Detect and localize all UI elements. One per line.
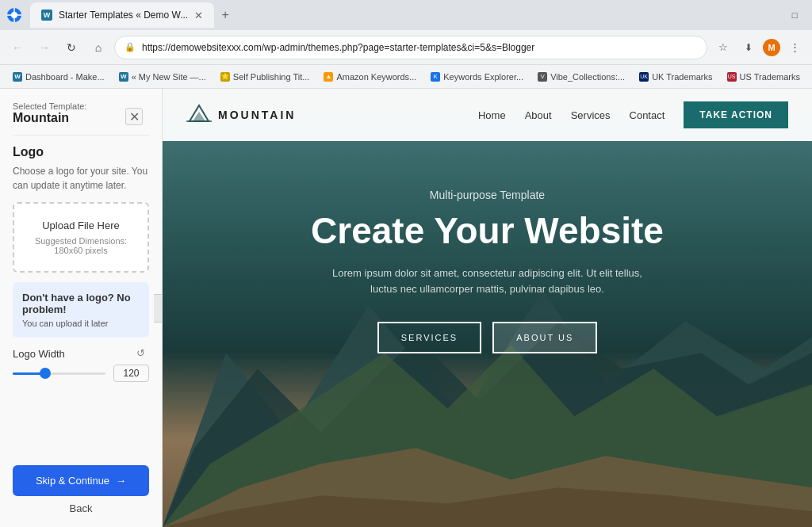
browser-titlebar: W Starter Templates « Demo W... ✕ + □ bbox=[0, 0, 812, 30]
menu-icon[interactable]: ⋮ bbox=[783, 36, 806, 59]
hero-desc: Lorem ipsum dolor sit amet, consectetur … bbox=[321, 265, 654, 299]
new-tab-button[interactable]: + bbox=[214, 4, 236, 26]
bookmark-my-new-site[interactable]: W « My New Site —... bbox=[113, 67, 213, 86]
browser-logo bbox=[6, 7, 22, 23]
bookmark-favicon-kw: K bbox=[431, 72, 440, 82]
home-button[interactable]: ⌂ bbox=[87, 36, 109, 59]
sidebar-collapse-button[interactable]: ‹ bbox=[154, 294, 163, 323]
logo-width-slider[interactable] bbox=[13, 372, 105, 375]
hero-services-button[interactable]: SERVICES bbox=[377, 322, 481, 353]
nav-home-link[interactable]: Home bbox=[478, 109, 506, 121]
nav-cta-button[interactable]: TAKE ACTION bbox=[684, 101, 788, 128]
bookmark-us-trademarks[interactable]: US US Trademarks bbox=[721, 67, 806, 86]
slider-thumb[interactable] bbox=[40, 368, 51, 379]
skip-btn-label: Skip & Continue bbox=[36, 475, 109, 487]
window-controls: □ bbox=[783, 4, 806, 26]
refresh-button[interactable]: ↻ bbox=[60, 36, 82, 59]
hint-title: Don't have a logo? No problem! bbox=[22, 292, 140, 315]
logo-icon bbox=[186, 104, 212, 126]
bookmark-label: Self Publishing Tit... bbox=[233, 72, 310, 82]
hero-aboutus-button[interactable]: ABOUT US bbox=[492, 322, 597, 353]
bookmark-favicon-amazon: ▲ bbox=[324, 72, 333, 82]
window-maximize[interactable]: □ bbox=[783, 4, 806, 26]
sidebar-panel: Selected Template: Mountain ✕ Logo Choos… bbox=[0, 89, 163, 527]
mountain-site-preview: MOUNTAIN Home About Services Contact TAK… bbox=[163, 89, 812, 527]
bookmark-favicon-wp2: W bbox=[119, 72, 128, 82]
back-button[interactable]: ← bbox=[6, 36, 29, 59]
bookmark-label: US Trademarks bbox=[740, 72, 800, 82]
logo-width-label: Logo Width ↺ bbox=[13, 347, 149, 360]
active-tab[interactable]: W Starter Templates « Demo W... ✕ bbox=[30, 2, 214, 28]
bookmark-vibe[interactable]: V Vibe_Collections:... bbox=[531, 67, 631, 86]
downloads-icon[interactable]: ⬇ bbox=[737, 36, 760, 59]
url-text: https://demowebsitexxx.com/wp-admin/them… bbox=[142, 42, 534, 53]
forward-button[interactable]: → bbox=[33, 36, 56, 59]
tab-bar: W Starter Templates « Demo W... ✕ + bbox=[30, 0, 236, 30]
bookmark-amazon[interactable]: ▲ Amazon Keywords... bbox=[317, 67, 423, 86]
bookmark-star-icon[interactable]: ☆ bbox=[712, 36, 734, 59]
slider-container: 120 bbox=[13, 365, 149, 382]
bookmark-favicon-vibe: V bbox=[538, 72, 547, 82]
back-link[interactable]: Back bbox=[13, 502, 149, 514]
logo-width-section: Logo Width ↺ 120 bbox=[13, 347, 149, 382]
skip-btn-arrow: → bbox=[116, 475, 126, 487]
tab-title: Starter Templates « Demo W... bbox=[59, 10, 188, 21]
toolbar-right: ☆ ⬇ M ⋮ bbox=[712, 36, 806, 59]
main-area: Selected Template: Mountain ✕ Logo Choos… bbox=[0, 89, 812, 527]
template-header: Selected Template: Mountain ✕ bbox=[13, 101, 149, 136]
bookmark-self-publishing[interactable]: ⭐ Self Publishing Tit... bbox=[214, 67, 316, 86]
upload-box-sub: Suggested Dimensions: 180x60 pixels bbox=[24, 236, 138, 255]
mountain-hero: Multi-purpose Template Create Your Websi… bbox=[163, 141, 812, 385]
bookmark-label: Vibe_Collections:... bbox=[550, 72, 625, 82]
bookmark-dashboard[interactable]: W Dashboard - Make... bbox=[6, 67, 111, 86]
mountain-navbar: MOUNTAIN Home About Services Contact TAK… bbox=[163, 89, 812, 141]
mountain-logo-text: MOUNTAIN bbox=[218, 109, 296, 121]
browser-chrome: W Starter Templates « Demo W... ✕ + □ ← … bbox=[0, 0, 812, 89]
bookmark-favicon-sp: ⭐ bbox=[220, 72, 230, 82]
skip-continue-button[interactable]: Skip & Continue → bbox=[13, 465, 149, 496]
bookmark-favicon-uk: UK bbox=[639, 72, 649, 82]
bookmark-label: Amazon Keywords... bbox=[336, 72, 416, 82]
mountain-logo: MOUNTAIN bbox=[186, 104, 296, 126]
reset-icon[interactable]: ↺ bbox=[136, 347, 149, 360]
lock-icon: 🔒 bbox=[124, 42, 136, 52]
sidebar-bottom: Skip & Continue → Back bbox=[13, 456, 149, 514]
bookmark-label: UK Trademarks bbox=[652, 72, 712, 82]
logo-section: Logo Choose a logo for your site. You ca… bbox=[13, 145, 149, 193]
browser-toolbar: ← → ↻ ⌂ 🔒 https://demowebsitexxx.com/wp-… bbox=[0, 30, 812, 65]
hero-buttons: SERVICES ABOUT US bbox=[186, 322, 788, 353]
hero-subtitle: Multi-purpose Template bbox=[186, 189, 788, 201]
upload-box-title: Upload File Here bbox=[24, 220, 138, 231]
close-button[interactable]: ✕ bbox=[125, 108, 143, 125]
tab-favicon: W bbox=[41, 10, 52, 21]
bookmark-keywords[interactable]: K Keywords Explorer... bbox=[424, 67, 530, 86]
hint-desc: You can upload it later bbox=[22, 319, 140, 328]
bookmark-uk-trademarks[interactable]: UK UK Trademarks bbox=[633, 67, 718, 86]
hint-box: Don't have a logo? No problem! You can u… bbox=[13, 282, 149, 338]
bookmark-favicon-wp: W bbox=[13, 72, 22, 82]
bookmark-label: Dashboard - Make... bbox=[25, 72, 105, 82]
preview-area: MOUNTAIN Home About Services Contact TAK… bbox=[163, 89, 812, 527]
mountain-nav-links: Home About Services Contact TAKE ACTION bbox=[478, 101, 788, 128]
bookmark-cn-trademarks[interactable]: 🍁 CN Trademarks bbox=[808, 67, 812, 86]
bookmark-label: « My New Site —... bbox=[132, 72, 206, 82]
section-title: Logo bbox=[13, 145, 149, 159]
nav-services-link[interactable]: Services bbox=[571, 109, 611, 121]
profile-icon[interactable]: M bbox=[763, 39, 780, 56]
section-desc: Choose a logo for your site. You can upd… bbox=[13, 164, 149, 193]
slider-value[interactable]: 120 bbox=[113, 365, 149, 382]
nav-about-link[interactable]: About bbox=[525, 109, 552, 121]
upload-box[interactable]: Upload File Here Suggested Dimensions: 1… bbox=[13, 202, 149, 273]
address-bar[interactable]: 🔒 https://demowebsitexxx.com/wp-admin/th… bbox=[114, 36, 707, 59]
nav-contact-link[interactable]: Contact bbox=[630, 109, 665, 121]
hero-title: Create Your Website bbox=[186, 211, 788, 251]
bookmark-favicon-us: US bbox=[727, 72, 737, 82]
tab-close-button[interactable]: ✕ bbox=[194, 10, 203, 21]
bookmarks-bar: W Dashboard - Make... W « My New Site —.… bbox=[0, 65, 812, 89]
bookmark-label: Keywords Explorer... bbox=[443, 72, 523, 82]
